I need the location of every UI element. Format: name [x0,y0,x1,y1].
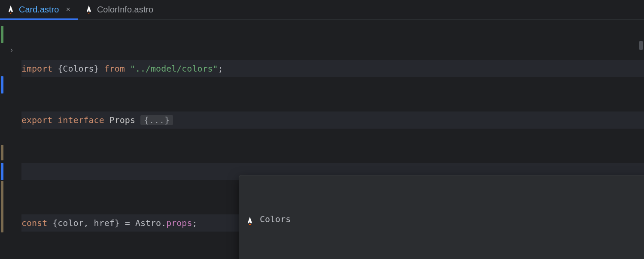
tab-label: Card.astro [19,5,59,15]
vcs-marker [1,181,3,232]
vcs-marker [1,163,3,180]
scrollbar[interactable] [639,41,643,259]
astro-icon [246,214,254,224]
tab-colorinfo-astro[interactable]: ColorInfo.astro [78,0,161,19]
tab-label: ColorInfo.astro [97,5,153,15]
astro-icon [85,5,93,15]
editor[interactable]: › import {Colors} from "../model/colors"… [0,20,644,259]
autocomplete-popup[interactable]: Colors ColorInfo Index Layout [239,175,644,259]
astro-icon [7,5,15,15]
code-line: export interface Props {...} [21,111,644,129]
code-area[interactable]: import {Colors} from "../model/colors"; … [21,20,644,259]
gutter: › [0,20,21,259]
tab-card-astro[interactable]: Card.astro × [0,0,78,19]
folded-region[interactable]: {...} [140,115,173,125]
vcs-marker [1,76,3,93]
vcs-marker [1,145,3,160]
fold-chevron-icon[interactable]: › [10,45,13,54]
scrollbar-thumb[interactable] [639,41,643,50]
code-line: import {Colors} from "../model/colors"; [21,60,644,77]
completion-item[interactable]: Colors [239,210,644,229]
close-icon[interactable]: × [63,5,70,14]
tab-bar: Card.astro × ColorInfo.astro [0,0,644,20]
completion-label: Colors [260,211,291,228]
vcs-marker [1,26,3,43]
